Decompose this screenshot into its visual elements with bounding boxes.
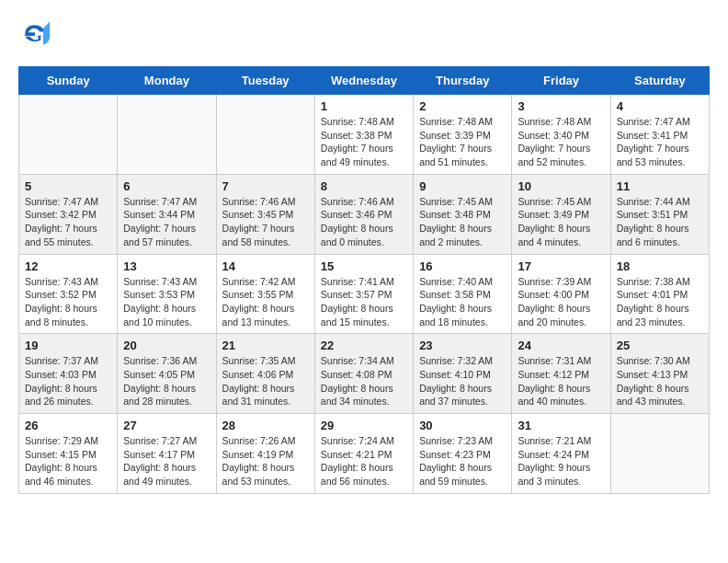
calendar-body: 1Sunrise: 7:48 AM Sunset: 3:38 PM Daylig…	[19, 95, 710, 494]
calendar-cell: 29Sunrise: 7:24 AM Sunset: 4:21 PM Dayli…	[314, 414, 413, 494]
calendar-week-row: 12Sunrise: 7:43 AM Sunset: 3:52 PM Dayli…	[19, 254, 710, 334]
calendar-cell: 21Sunrise: 7:35 AM Sunset: 4:06 PM Dayli…	[216, 334, 314, 414]
calendar-cell: 6Sunrise: 7:47 AM Sunset: 3:44 PM Daylig…	[118, 174, 216, 254]
calendar-cell: 23Sunrise: 7:32 AM Sunset: 4:10 PM Dayli…	[414, 334, 512, 414]
calendar-cell: 31Sunrise: 7:21 AM Sunset: 4:24 PM Dayli…	[512, 414, 610, 494]
calendar-cell	[19, 95, 118, 175]
calendar-cell: 30Sunrise: 7:23 AM Sunset: 4:23 PM Dayli…	[414, 414, 512, 494]
weekday-header-thursday: Thursday	[414, 67, 512, 95]
calendar-cell: 22Sunrise: 7:34 AM Sunset: 4:08 PM Dayli…	[314, 334, 413, 414]
day-number: 5	[25, 179, 111, 193]
day-info: Sunrise: 7:38 AM Sunset: 4:01 PM Dayligh…	[617, 275, 703, 329]
day-info: Sunrise: 7:47 AM Sunset: 3:41 PM Dayligh…	[617, 115, 703, 169]
day-info: Sunrise: 7:41 AM Sunset: 3:57 PM Dayligh…	[321, 275, 407, 329]
calendar-cell: 13Sunrise: 7:43 AM Sunset: 3:53 PM Dayli…	[118, 254, 216, 334]
day-number: 23	[419, 339, 506, 352]
day-info: Sunrise: 7:48 AM Sunset: 3:39 PM Dayligh…	[419, 115, 506, 169]
day-number: 17	[518, 259, 604, 273]
calendar-cell: 18Sunrise: 7:38 AM Sunset: 4:01 PM Dayli…	[610, 254, 709, 334]
weekday-header-tuesday: Tuesday	[216, 67, 314, 95]
day-info: Sunrise: 7:26 AM Sunset: 4:19 PM Dayligh…	[222, 434, 309, 488]
calendar-cell: 28Sunrise: 7:26 AM Sunset: 4:19 PM Dayli…	[216, 414, 314, 494]
day-info: Sunrise: 7:36 AM Sunset: 4:05 PM Dayligh…	[123, 354, 210, 408]
weekday-header-sunday: Sunday	[19, 67, 118, 95]
day-number: 29	[321, 419, 407, 432]
day-number: 6	[123, 179, 210, 193]
day-info: Sunrise: 7:40 AM Sunset: 3:58 PM Dayligh…	[419, 275, 506, 329]
calendar-cell: 26Sunrise: 7:29 AM Sunset: 4:15 PM Dayli…	[19, 414, 118, 494]
day-number: 28	[222, 419, 309, 432]
day-info: Sunrise: 7:45 AM Sunset: 3:48 PM Dayligh…	[419, 195, 506, 249]
calendar-cell: 27Sunrise: 7:27 AM Sunset: 4:17 PM Dayli…	[118, 414, 216, 494]
weekday-header-saturday: Saturday	[610, 67, 709, 95]
calendar-cell	[610, 414, 709, 494]
calendar-header: SundayMondayTuesdayWednesdayThursdayFrid…	[19, 67, 710, 95]
day-info: Sunrise: 7:32 AM Sunset: 4:10 PM Dayligh…	[419, 354, 506, 408]
calendar-week-row: 19Sunrise: 7:37 AM Sunset: 4:03 PM Dayli…	[19, 334, 710, 414]
day-info: Sunrise: 7:46 AM Sunset: 3:46 PM Dayligh…	[321, 195, 407, 249]
day-number: 13	[123, 259, 210, 273]
calendar-cell: 9Sunrise: 7:45 AM Sunset: 3:48 PM Daylig…	[414, 174, 512, 254]
calendar-cell: 14Sunrise: 7:42 AM Sunset: 3:55 PM Dayli…	[216, 254, 314, 334]
calendar-cell: 19Sunrise: 7:37 AM Sunset: 4:03 PM Dayli…	[19, 334, 118, 414]
calendar-cell: 15Sunrise: 7:41 AM Sunset: 3:57 PM Dayli…	[314, 254, 413, 334]
day-number: 10	[518, 179, 604, 193]
calendar-cell: 11Sunrise: 7:44 AM Sunset: 3:51 PM Dayli…	[610, 174, 709, 254]
day-info: Sunrise: 7:42 AM Sunset: 3:55 PM Dayligh…	[222, 275, 309, 329]
day-number: 31	[518, 419, 604, 432]
calendar-cell: 2Sunrise: 7:48 AM Sunset: 3:39 PM Daylig…	[414, 95, 512, 175]
day-info: Sunrise: 7:35 AM Sunset: 4:06 PM Dayligh…	[222, 354, 309, 408]
day-info: Sunrise: 7:48 AM Sunset: 3:38 PM Dayligh…	[321, 115, 407, 169]
weekday-header-row: SundayMondayTuesdayWednesdayThursdayFrid…	[19, 67, 710, 95]
day-number: 3	[518, 99, 604, 113]
calendar-week-row: 1Sunrise: 7:48 AM Sunset: 3:38 PM Daylig…	[19, 95, 710, 175]
day-number: 15	[321, 259, 407, 273]
day-info: Sunrise: 7:39 AM Sunset: 4:00 PM Dayligh…	[518, 275, 604, 329]
calendar-table: SundayMondayTuesdayWednesdayThursdayFrid…	[18, 66, 710, 494]
day-info: Sunrise: 7:44 AM Sunset: 3:51 PM Dayligh…	[617, 195, 703, 249]
calendar-cell: 24Sunrise: 7:31 AM Sunset: 4:12 PM Dayli…	[512, 334, 610, 414]
calendar-cell: 17Sunrise: 7:39 AM Sunset: 4:00 PM Dayli…	[512, 254, 610, 334]
calendar-cell: 4Sunrise: 7:47 AM Sunset: 3:41 PM Daylig…	[610, 95, 709, 175]
day-number: 19	[25, 339, 111, 352]
weekday-header-monday: Monday	[118, 67, 216, 95]
day-info: Sunrise: 7:34 AM Sunset: 4:08 PM Dayligh…	[321, 354, 407, 408]
day-info: Sunrise: 7:45 AM Sunset: 3:49 PM Dayligh…	[518, 195, 604, 249]
day-info: Sunrise: 7:37 AM Sunset: 4:03 PM Dayligh…	[25, 354, 111, 408]
day-number: 12	[25, 259, 111, 273]
logo	[18, 18, 55, 52]
day-info: Sunrise: 7:31 AM Sunset: 4:12 PM Dayligh…	[518, 354, 604, 408]
day-number: 11	[617, 179, 703, 193]
calendar-cell: 3Sunrise: 7:48 AM Sunset: 3:40 PM Daylig…	[512, 95, 610, 175]
day-number: 18	[617, 259, 703, 273]
calendar-cell: 5Sunrise: 7:47 AM Sunset: 3:42 PM Daylig…	[19, 174, 118, 254]
calendar-cell: 16Sunrise: 7:40 AM Sunset: 3:58 PM Dayli…	[414, 254, 512, 334]
calendar-week-row: 26Sunrise: 7:29 AM Sunset: 4:15 PM Dayli…	[19, 414, 710, 494]
weekday-header-friday: Friday	[512, 67, 610, 95]
day-number: 22	[321, 339, 407, 352]
calendar-cell	[216, 95, 314, 175]
weekday-header-wednesday: Wednesday	[314, 67, 413, 95]
calendar-cell: 8Sunrise: 7:46 AM Sunset: 3:46 PM Daylig…	[314, 174, 413, 254]
day-number: 16	[419, 259, 506, 273]
day-info: Sunrise: 7:43 AM Sunset: 3:53 PM Dayligh…	[123, 275, 210, 329]
calendar-cell	[118, 95, 216, 175]
day-info: Sunrise: 7:24 AM Sunset: 4:21 PM Dayligh…	[321, 434, 407, 488]
day-number: 9	[419, 179, 506, 193]
day-info: Sunrise: 7:43 AM Sunset: 3:52 PM Dayligh…	[25, 275, 111, 329]
day-info: Sunrise: 7:29 AM Sunset: 4:15 PM Dayligh…	[25, 434, 111, 488]
day-number: 7	[222, 179, 309, 193]
day-number: 26	[25, 419, 111, 432]
day-number: 25	[617, 339, 703, 352]
day-number: 24	[518, 339, 604, 352]
day-info: Sunrise: 7:48 AM Sunset: 3:40 PM Dayligh…	[518, 115, 604, 169]
day-info: Sunrise: 7:27 AM Sunset: 4:17 PM Dayligh…	[123, 434, 210, 488]
day-info: Sunrise: 7:23 AM Sunset: 4:23 PM Dayligh…	[419, 434, 506, 488]
calendar-cell: 25Sunrise: 7:30 AM Sunset: 4:13 PM Dayli…	[610, 334, 709, 414]
day-number: 2	[419, 99, 506, 113]
day-number: 4	[617, 99, 703, 113]
page-header	[18, 18, 710, 52]
day-info: Sunrise: 7:47 AM Sunset: 3:44 PM Dayligh…	[123, 195, 210, 249]
day-number: 30	[419, 419, 506, 432]
day-number: 1	[321, 99, 407, 113]
